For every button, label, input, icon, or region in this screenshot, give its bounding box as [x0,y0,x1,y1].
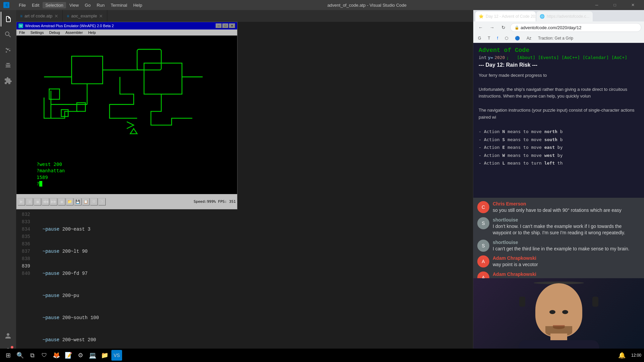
winape-menu-file[interactable]: File [18,31,26,35]
svg-rect-0 [72,56,103,84]
taskbar-right: 🔔 12:00 [616,350,641,361]
winape-controls: ─ □ ✕ [216,23,235,28]
winape-line-3: 1589 [37,174,65,181]
winape-menu-help[interactable]: Help [87,31,97,35]
winape-fast-forward[interactable]: ▶▶ [50,198,57,205]
window-title: advent_of_code.atp - Visual Studio Code [152,3,582,8]
taskbar-vscode[interactable]: VS [111,350,122,361]
chat-content-3: shortlouise I can't get the third line i… [493,240,640,252]
winape-rewind[interactable]: ◀◀ [42,198,49,205]
taskbar-edge[interactable]: 🛡 [39,350,50,361]
taskbar-start[interactable]: ⊞ [3,350,13,361]
browser-tab-2[interactable]: 🌐 https://adventofcode.c... [536,11,593,21]
tab-label-2: aoc_example [71,13,97,18]
winape-app-icon: W [18,23,23,28]
winape-tool-3[interactable]: 📋 [82,198,90,205]
winape-menu-settings[interactable]: Settings [29,31,45,35]
minimize-button[interactable]: ─ [589,0,604,10]
close-button[interactable]: ✕ [625,0,641,10]
bookmark-azure[interactable]: Az [525,35,533,41]
line-num-837: 837 [17,248,30,255]
taskbar-firefox[interactable]: 🦊 [51,350,62,361]
winape-output-text: ?west 200 ?manhattan 1589 ?█ [37,161,65,187]
activity-account[interactable] [1,328,15,343]
taskbar-settings[interactable]: ⚙ [75,350,86,361]
taskbar-search[interactable]: 🔍 [15,350,25,361]
window-controls: ─ □ ✕ [589,0,641,10]
winape-record[interactable]: ⏺ [58,198,65,205]
advent-nav: [About] [Events] [AoC++] [Calendar] [AoC… [517,55,627,60]
menu-terminal[interactable]: Terminal [108,2,130,8]
winape-tool-5[interactable]: ? [98,198,106,205]
winape-menu-assembler[interactable]: Assembler [64,31,84,35]
tab-close-icon[interactable]: ✕ [54,13,58,19]
forward-button[interactable]: → [487,23,497,32]
address-text: adventofcode.com/2020/day/12 [521,25,581,30]
person-eyes [549,310,568,314]
winape-stop[interactable]: ⏹ [34,198,41,205]
winape-menu-debug[interactable]: Debug [48,31,61,35]
bookmark-f[interactable]: f [495,35,500,41]
winape-play[interactable]: ▶ [18,198,25,205]
menu-run[interactable]: Run [94,2,107,8]
winape-prompt: ?█ [37,181,65,187]
chat-text-4: way point is a vecotor [493,261,640,268]
winape-menu: File Settings Debug Assembler Help [16,29,237,36]
menu-view[interactable]: View [67,2,82,8]
winape-pause[interactable]: ⏸ [26,198,33,205]
person-eye-left [549,310,555,314]
activity-debug[interactable] [1,58,15,73]
tab-art-of-code[interactable]: ≡ art of code.atp ✕ [16,10,63,22]
winape-title: Windows Amstrad Plus Emulator (WinAPE) 2… [25,24,214,28]
tab-title-2: https://adventofcode.c... [547,14,589,19]
refresh-button[interactable]: ↻ [499,23,508,32]
activity-explorer[interactable] [1,12,15,26]
menu-go[interactable]: Go [82,2,93,8]
username-chris-1: Chris Emerson [493,201,640,206]
taskbar-notification[interactable]: 🔔 [616,350,627,361]
chat-text-1: so you still only have to deal with 90° … [493,207,640,214]
tab-close-icon-2[interactable]: ✕ [99,13,103,19]
avatar-short-1: S [477,217,489,229]
body-para-1: Your ferry made decent progress to [479,72,639,79]
winape-tool-2[interactable]: 💾 [74,198,82,205]
winape-close[interactable]: ✕ [229,23,235,28]
back-button[interactable]: ← [476,23,485,32]
winape-line-1: ?west 200 [37,161,65,168]
code-editor[interactable]: 832 833 834 835 836 837 838 839 840 ~pau… [16,209,473,355]
action-s: - Action S means to move south b [479,136,639,143]
code-content[interactable]: ~pause 200~east 3 ~pause 200~lt 90 ~paus… [33,209,473,355]
action-n: - Action N means to move north b [479,128,639,135]
menu-edit[interactable]: Edit [29,2,42,8]
code-line-832: ~pause 200~east 3 [37,226,473,233]
address-bar[interactable]: 🔒 adventofcode.com/2020/day/12 [510,23,641,32]
maximize-button[interactable]: □ [607,0,623,10]
bookmark-github[interactable]: ⬡ [503,35,510,41]
activity-extensions[interactable] [1,73,15,88]
winape-tool-4[interactable]: ⚙ [90,198,98,205]
int-text: int [479,55,486,60]
taskbar-explorer[interactable]: 📁 [99,350,110,361]
winape-minimize[interactable]: ─ [216,23,222,28]
taskbar-task-view[interactable]: ⧉ [27,350,38,361]
winape-tool-1[interactable]: 📁 [66,198,73,205]
tab-aoc-example[interactable]: ≡ aoc_example ✕ [63,10,107,22]
taskbar-terminal[interactable]: 💻 [87,350,98,361]
taskbar-notepad[interactable]: 📝 [63,350,74,361]
browser-tab-advent[interactable]: ⭐ Day 12 - Advent of Code 2020 ✕ [475,11,536,21]
action-e: - Action E means to move east by [479,143,639,151]
menu-help[interactable]: Help [130,2,145,8]
svg-marker-12 [130,129,137,134]
bookmark-circle[interactable]: 🔵 [513,35,522,41]
activity-source-control[interactable] [1,43,15,57]
day-title: --- Day 12: Rain Risk --- [479,62,639,68]
bookmark-traction[interactable]: Traction: Get a Grip [536,35,575,41]
headset-ear-right [592,297,598,307]
winape-maximize[interactable]: □ [222,23,228,28]
activity-search[interactable] [1,27,15,42]
chat-message-3: S shortlouise I can't get the third line… [477,240,640,252]
bookmark-g[interactable]: G [476,35,483,41]
menu-selection[interactable]: Selection [43,2,66,8]
menu-file[interactable]: File [16,2,29,8]
bookmark-t[interactable]: T [486,35,492,41]
